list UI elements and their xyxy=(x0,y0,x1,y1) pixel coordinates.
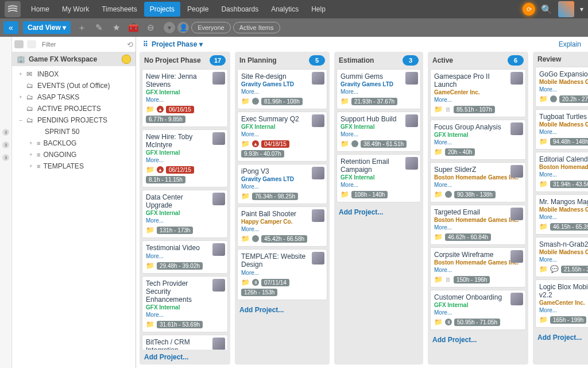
card-more-link[interactable]: More... xyxy=(539,307,557,313)
card-more-link[interactable]: More... xyxy=(434,97,452,103)
star-icon[interactable]: ★ xyxy=(110,21,122,34)
card-more-link[interactable]: More... xyxy=(539,214,557,220)
card-more-link[interactable]: More... xyxy=(434,182,452,188)
search-icon[interactable]: 🔍 xyxy=(541,4,552,15)
card-more-link[interactable]: More... xyxy=(539,129,557,135)
card-more-link[interactable]: More... xyxy=(341,131,358,137)
nav-home[interactable]: Home xyxy=(25,2,55,17)
project-card[interactable]: New Hire: Jenna StevensGFX InternalMore.… xyxy=(142,69,228,127)
sidebar-toggle-1[interactable] xyxy=(14,40,24,48)
briefcase-icon[interactable]: 🧰 xyxy=(127,21,140,34)
card-more-link[interactable]: More... xyxy=(341,182,358,188)
project-card[interactable]: Focus Group AnalysisGFX InternalMore...📁… xyxy=(430,120,526,160)
project-card[interactable]: Customer OnboardingGFX InternalMore...📁⏸… xyxy=(430,290,526,330)
collapse-sidebar-button[interactable]: « xyxy=(3,21,18,34)
card-more-link[interactable]: More... xyxy=(434,309,452,316)
project-card[interactable]: Tech Provider Security EnhancementsGFX I… xyxy=(142,276,228,332)
project-card[interactable]: New Hire: Toby McIntyreGFX InternalMore.… xyxy=(142,129,228,187)
card-more-link[interactable]: More... xyxy=(341,89,358,95)
rail-dot-3[interactable]: ⏸ xyxy=(2,154,9,161)
add-project-link[interactable]: Add Project... xyxy=(533,330,588,345)
project-card[interactable]: Tugboat Turtles 5Mobile Madness Group In… xyxy=(535,109,588,150)
project-card[interactable]: Testimonial VideoMore...📁29.48h - 39.02h xyxy=(142,240,228,274)
project-card[interactable]: Corpsite WireframeBoston Homemade Games … xyxy=(430,247,526,288)
sidebar-item[interactable]: +✉INBOX xyxy=(17,68,134,80)
expand-icon[interactable]: + xyxy=(28,152,34,158)
project-card[interactable]: BitTech / CRM IntegrationGFX InternalMor… xyxy=(142,335,228,350)
card-more-link[interactable]: More... xyxy=(146,97,164,103)
project-card[interactable]: Targeted EmailBoston Homemade Games Inc.… xyxy=(430,205,526,245)
project-card[interactable]: Paint Ball ShooterHappy Camper Co.More..… xyxy=(237,206,327,247)
sidebar-item[interactable]: +🗂ASAP TASKS xyxy=(17,91,134,103)
project-card[interactable]: Site Re-designGravity Games LTDMore...📁8… xyxy=(237,69,327,109)
add-icon[interactable]: ＋ xyxy=(75,21,88,34)
filter-active-items[interactable]: Active Items xyxy=(233,22,280,33)
refresh-icon[interactable]: ⟲ xyxy=(127,40,133,49)
workspace-star-icon[interactable] xyxy=(122,55,131,64)
person-filter-icon[interactable]: 👤 xyxy=(177,22,189,33)
card-more-link[interactable]: More... xyxy=(146,253,164,259)
nav-mywork[interactable]: My Work xyxy=(56,2,95,17)
add-project-link[interactable]: Add Project... xyxy=(140,350,230,365)
filter-everyone[interactable]: Everyone xyxy=(191,22,230,33)
project-card[interactable]: TEMPLATE: Website DesignMore...📁⏸07/11/1… xyxy=(237,249,327,300)
edit-icon[interactable]: ✎ xyxy=(92,21,105,34)
sidebar-item[interactable]: +≡TEMPLATES xyxy=(17,160,134,172)
funnel-icon[interactable]: ▾ xyxy=(164,22,175,33)
nav-timesheets[interactable]: Timesheets xyxy=(96,2,143,17)
app-logo[interactable] xyxy=(5,1,21,17)
nav-analytics[interactable]: Analytics xyxy=(265,2,304,17)
workspace-row[interactable]: 🏢 Game FX Workspace xyxy=(12,52,136,66)
card-more-link[interactable]: More... xyxy=(241,89,259,95)
expand-icon[interactable]: + xyxy=(28,140,34,146)
user-avatar[interactable] xyxy=(558,1,574,17)
project-card[interactable]: iPong V3Gravity Games LTDMore...📁76.34h … xyxy=(237,164,327,204)
card-more-link[interactable]: More... xyxy=(434,224,452,231)
project-card[interactable]: Gummi GemsGravity Games LTDMore...📁21.93… xyxy=(336,69,421,109)
nav-dashboards[interactable]: Dashboards xyxy=(215,2,264,17)
card-more-link[interactable]: More... xyxy=(241,131,259,137)
project-card[interactable]: Data Center UpgradeGFX InternalMore...📁1… xyxy=(142,190,228,238)
project-card[interactable]: Support Hub BuildGFX InternalMore...📁38.… xyxy=(336,112,421,152)
nav-help[interactable]: Help xyxy=(305,2,331,17)
project-card[interactable]: Super SliderZBoston Homemade Games Inc.M… xyxy=(430,162,526,202)
add-project-link[interactable]: Add Project... xyxy=(334,205,423,220)
card-more-link[interactable]: More... xyxy=(539,256,557,263)
user-menu-caret-icon[interactable]: ▾ xyxy=(580,5,583,13)
project-card[interactable]: Editorial CalendarBoston Homemade Games … xyxy=(535,152,588,192)
card-more-link[interactable]: More... xyxy=(146,157,164,163)
card-more-link[interactable]: More... xyxy=(434,267,452,273)
sidebar-item[interactable]: –🗂PENDING PROJECTS xyxy=(17,114,134,126)
card-more-link[interactable]: More... xyxy=(539,171,557,178)
project-card[interactable]: Mr. Mangos MagicMobile Madness Group Inc… xyxy=(535,194,588,235)
add-project-link[interactable]: Add Project... xyxy=(235,302,330,317)
project-card[interactable]: Exec Summary Q2GFX InternalMore...📁▲04/1… xyxy=(237,112,327,162)
expand-icon[interactable]: + xyxy=(18,71,24,77)
card-more-link[interactable]: More... xyxy=(241,183,259,190)
notifications-icon[interactable]: ⟳ xyxy=(523,3,535,16)
view-switcher[interactable]: Card View ▾ xyxy=(23,21,71,34)
sidebar-item[interactable]: 🗂EVENTS (Out of Office) xyxy=(17,80,134,91)
explain-link[interactable]: Explain xyxy=(559,40,581,48)
card-more-link[interactable]: More... xyxy=(241,270,259,276)
add-project-link[interactable]: Add Project... xyxy=(428,332,528,347)
project-card[interactable]: Smash-n-Grab2Mobile Madness Group Inc.Mo… xyxy=(535,237,588,277)
card-more-link[interactable]: More... xyxy=(434,139,452,145)
nav-people[interactable]: People xyxy=(181,2,214,17)
expand-icon[interactable]: + xyxy=(28,163,34,169)
expand-icon[interactable]: – xyxy=(18,117,24,123)
sidebar-item[interactable]: 🗂ACTIVE PROJECTS xyxy=(17,103,134,114)
project-card[interactable]: GoGo Expansion PackMobile Madness Group … xyxy=(535,67,588,107)
expand-icon[interactable]: + xyxy=(18,94,24,100)
sidebar-filter-input[interactable] xyxy=(40,40,123,49)
rail-dot-1[interactable]: ⏸ xyxy=(2,129,9,136)
card-more-link[interactable]: More... xyxy=(241,226,259,232)
sidebar-item[interactable]: +≡BACKLOG xyxy=(17,137,134,149)
nav-projects[interactable]: Projects xyxy=(144,2,180,17)
project-card[interactable]: Logic Blox Mobile App v2.2GameCenter Inc… xyxy=(535,279,588,328)
sidebar-item[interactable]: SPRINT 50 xyxy=(17,126,134,137)
card-more-link[interactable]: More... xyxy=(146,312,164,318)
rail-dot-2[interactable]: ⏸ xyxy=(2,141,9,148)
card-more-link[interactable]: More... xyxy=(146,217,164,224)
project-card[interactable]: Gamespace Pro II LaunchGameCenter Inc.Mo… xyxy=(430,69,526,117)
